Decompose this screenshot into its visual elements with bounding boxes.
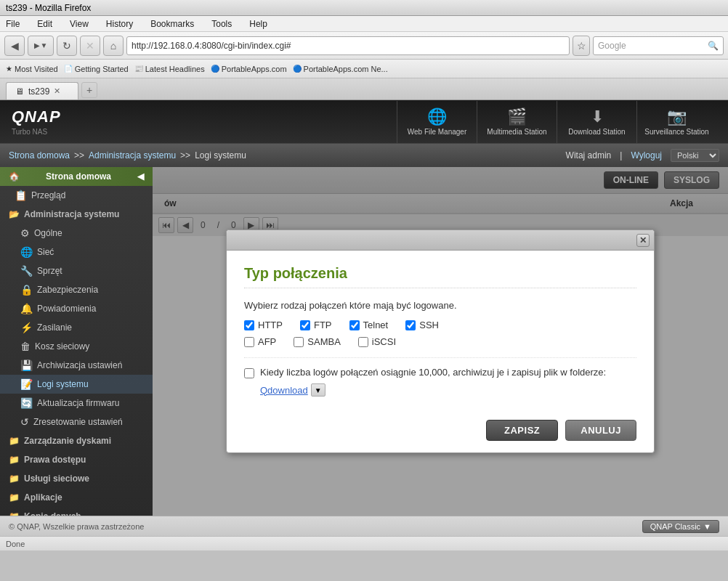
- sidebar-general-label: Ogólne: [34, 228, 62, 238]
- bookmark-getting-started[interactable]: 📄 Getting Started: [64, 65, 129, 73]
- dialog-close-button[interactable]: ✕: [636, 234, 650, 247]
- browser-title: ts239 - Mozilla Firefox: [6, 3, 91, 13]
- home-button[interactable]: ⌂: [103, 36, 124, 56]
- search-icon[interactable]: 🔍: [708, 41, 719, 51]
- menu-bookmarks[interactable]: Bookmarks: [147, 17, 197, 31]
- reset-icon: ↺: [20, 416, 29, 428]
- menu-history[interactable]: History: [103, 17, 136, 31]
- web-file-manager-icon: 🌐: [427, 107, 447, 126]
- archive-checkbox[interactable]: [244, 368, 254, 378]
- nav-surveillance-station[interactable]: 📷 Surveillance Station: [636, 101, 716, 143]
- tab-close-button[interactable]: ✕: [54, 86, 60, 96]
- sidebar-reset-label: Zresetowanie ustawień: [33, 417, 123, 427]
- bookmark-star[interactable]: ☆: [573, 36, 590, 56]
- address-text: http://192.168.0.4:8080/cgi-bin/index.cg…: [132, 41, 291, 51]
- bookmark-portableapps2[interactable]: 🔵 PortableApps.com Ne...: [293, 65, 388, 73]
- bookmark-label-3: PortableApps.com: [222, 65, 287, 73]
- checkbox-samba[interactable]: SAMBA: [294, 336, 341, 347]
- archive-text: Kiedy liczba logów połączeń osiągnie 10,…: [260, 367, 606, 378]
- qnap-classic-btn[interactable]: QNAP Classic ▼: [642, 520, 719, 533]
- sidebar-group-admin[interactable]: 📂 Administracja systemu: [0, 205, 153, 224]
- checkbox-iscsi-input[interactable]: [358, 337, 368, 347]
- sidebar-recycle-label: Kosz sieciowy: [35, 341, 89, 352]
- qnap-logo-area: QNAP Turbo NAS: [12, 107, 61, 136]
- sidebar-group-disk-mgmt[interactable]: 📁 Zarządzanie dyskami: [0, 431, 153, 450]
- sidebar-overview-label: Przegląd: [31, 190, 65, 200]
- menu-edit[interactable]: Edit: [34, 17, 55, 31]
- sidebar-group-access[interactable]: 📁 Prawa dostępu: [0, 450, 153, 469]
- menu-view[interactable]: View: [67, 17, 92, 31]
- qnap-sidebar: 🏠 Strona domowa ◀ 📋 Przegląd 📂 Administr…: [0, 167, 153, 516]
- nav-web-file-manager[interactable]: 🌐 Web File Manager: [397, 101, 477, 143]
- sidebar-home-header[interactable]: 🏠 Strona domowa ◀: [0, 167, 153, 186]
- sidebar-item-general[interactable]: ⚙ Ogólne: [0, 224, 153, 243]
- back-button[interactable]: ◀: [4, 36, 25, 56]
- checkbox-ssh[interactable]: SSH: [405, 320, 439, 330]
- nav-download-station[interactable]: ⬇ Download Station: [557, 101, 636, 143]
- folder-dropdown-btn[interactable]: ▼: [311, 383, 325, 397]
- breadcrumb-home[interactable]: Strona domowa: [9, 150, 70, 161]
- status-text: Done: [6, 540, 25, 548]
- dialog-titlebar: ✕: [227, 230, 654, 251]
- checkbox-ftp[interactable]: FTP: [300, 320, 332, 330]
- sidebar-group-net-services[interactable]: 📁 Usługi sieciowe: [0, 469, 153, 488]
- cancel-button[interactable]: ANULUJ: [565, 420, 636, 441]
- tab-ts239[interactable]: 🖥 ts239 ✕: [6, 82, 78, 99]
- folder-link[interactable]: Qdownload: [260, 385, 308, 396]
- language-select[interactable]: Polski English: [671, 149, 719, 162]
- bookmark-label-1: Getting Started: [75, 65, 129, 73]
- checkbox-afp-input[interactable]: [244, 337, 254, 347]
- menu-file[interactable]: File: [3, 17, 23, 31]
- new-tab-button[interactable]: +: [81, 82, 97, 98]
- bookmark-portableapps[interactable]: 🔵 PortableApps.com: [211, 65, 287, 73]
- sidebar-item-hardware[interactable]: 🔧 Sprzęt: [0, 261, 153, 280]
- stop-button[interactable]: ✕: [80, 36, 100, 56]
- address-bar[interactable]: http://192.168.0.4:8080/cgi-bin/index.cg…: [126, 36, 570, 55]
- sidebar-group-backup[interactable]: 📁 Kopia danych: [0, 507, 153, 516]
- checkbox-ssh-input[interactable]: [405, 320, 416, 330]
- menu-help[interactable]: Help: [246, 17, 270, 31]
- checkbox-afp[interactable]: AFP: [244, 336, 276, 347]
- forward-buttons[interactable]: ▶▼: [28, 36, 54, 56]
- checkbox-http-input[interactable]: [244, 320, 254, 330]
- sidebar-item-power[interactable]: ⚡ Zasilanie: [0, 318, 153, 337]
- sidebar-item-network[interactable]: 🌐 Sieć: [0, 243, 153, 261]
- refresh-button[interactable]: ↻: [57, 36, 77, 56]
- sidebar-item-firmware[interactable]: 🔄 Aktualizacja firmwaru: [0, 394, 153, 413]
- checkbox-telnet[interactable]: Telnet: [349, 320, 389, 330]
- dialog-overlay: ✕ Typ połączenia Wybierz rodzaj połączeń…: [153, 167, 728, 516]
- checkbox-samba-input[interactable]: [294, 337, 304, 347]
- checkbox-afp-label: AFP: [258, 336, 276, 347]
- checkbox-iscsi[interactable]: iSCSI: [358, 336, 396, 347]
- sidebar-item-recycle[interactable]: 🗑 Kosz sieciowy: [0, 337, 153, 356]
- breadcrumb-admin[interactable]: Administracja systemu: [89, 150, 176, 161]
- archive-content: Kiedy liczba logów połączeń osiągnie 10,…: [260, 367, 606, 397]
- overview-icon: 📋: [15, 190, 27, 201]
- checkbox-http-label: HTTP: [258, 320, 283, 330]
- sidebar-group-apps[interactable]: 📁 Aplikacje: [0, 488, 153, 507]
- bookmark-most-visited[interactable]: ★ Most Visited: [6, 65, 58, 73]
- menu-tools[interactable]: Tools: [209, 17, 235, 31]
- logout-link[interactable]: Wyloguj: [631, 150, 662, 161]
- sidebar-item-notifications[interactable]: 🔔 Powiadomienia: [0, 299, 153, 318]
- sidebar-item-overview[interactable]: 📋 Przegląd: [0, 186, 153, 205]
- sidebar-item-archive[interactable]: 💾 Archiwizacja ustawień: [0, 356, 153, 375]
- sidebar-power-label: Zasilanie: [37, 322, 72, 333]
- checkbox-iscsi-label: iSCSI: [372, 336, 396, 347]
- dialog-title: Typ połączenia: [244, 265, 636, 288]
- firmware-icon: 🔄: [20, 397, 33, 409]
- save-button[interactable]: ZAPISZ: [486, 420, 558, 441]
- sidebar-notifications-label: Powiadomienia: [37, 304, 96, 314]
- checkbox-http[interactable]: HTTP: [244, 320, 283, 330]
- sidebar-item-logs[interactable]: 📝 Logi systemu: [0, 375, 153, 394]
- bookmark-headlines[interactable]: 📰 Latest Headlines: [134, 65, 205, 73]
- search-bar[interactable]: Google 🔍: [593, 36, 724, 55]
- checkbox-ssh-label: SSH: [419, 320, 439, 330]
- checkbox-telnet-input[interactable]: [349, 320, 360, 330]
- dialog-subtitle: Wybierz rodzaj połączeń które mają być l…: [244, 300, 636, 311]
- sidebar-item-reset[interactable]: ↺ Zresetowanie ustawień: [0, 413, 153, 431]
- checkbox-ftp-input[interactable]: [300, 320, 310, 330]
- nav-multimedia-station[interactable]: 🎬 Multimedia Station: [477, 101, 557, 143]
- hardware-icon: 🔧: [20, 265, 33, 277]
- sidebar-item-security[interactable]: 🔒 Zabezpieczenia: [0, 280, 153, 299]
